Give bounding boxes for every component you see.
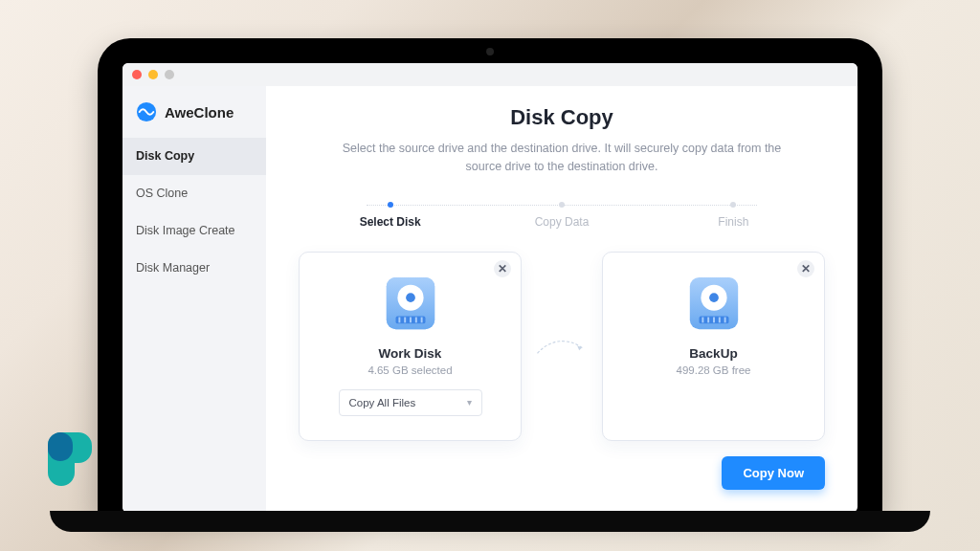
page-subtitle: Select the source drive and the destinat… — [342, 140, 782, 177]
close-icon: ✕ — [498, 262, 507, 276]
app-window: AweClone Disk Copy OS Clone Disk Image C… — [122, 63, 858, 513]
sidebar: AweClone Disk Copy OS Clone Disk Image C… — [122, 86, 266, 513]
sidebar-item-os-clone[interactable]: OS Clone — [122, 175, 266, 212]
svg-rect-20 — [48, 432, 73, 461]
copy-mode-select[interactable]: Copy All Files ▾ — [339, 389, 482, 416]
page-title: Disk Copy — [299, 105, 825, 130]
sidebar-item-label: Disk Copy — [136, 149, 194, 163]
destination-disk-subtitle: 499.28 GB free — [677, 364, 751, 376]
window-titlebar — [122, 63, 858, 86]
source-disk-subtitle: 4.65 GB selected — [368, 364, 452, 376]
step-copy-data: Copy Data — [476, 202, 647, 229]
chevron-down-icon: ▾ — [467, 397, 472, 408]
sidebar-item-disk-manager[interactable]: Disk Manager — [122, 250, 266, 287]
svg-point-4 — [406, 293, 415, 302]
transfer-arrow — [535, 252, 589, 441]
close-icon: ✕ — [801, 262, 811, 276]
window-close-dot[interactable] — [132, 70, 142, 79]
sidebar-item-label: Disk Image Create — [136, 224, 235, 237]
source-disk-name: Work Disk — [379, 346, 442, 361]
arrow-right-icon — [535, 332, 589, 361]
laptop-camera — [486, 48, 494, 55]
clear-source-button[interactable]: ✕ — [494, 260, 511, 277]
watermark-icon — [42, 427, 103, 488]
destination-disk-name: BackUp — [689, 346, 737, 361]
step-finish: Finish — [648, 202, 819, 229]
sidebar-item-label: OS Clone — [136, 187, 188, 200]
laptop-frame: AweClone Disk Copy OS Clone Disk Image C… — [98, 38, 882, 513]
brand: AweClone — [122, 92, 266, 138]
copy-now-button[interactable]: Copy Now — [722, 456, 825, 490]
window-zoom-dot[interactable] — [165, 70, 174, 79]
step-label: Select Disk — [360, 215, 421, 229]
step-label: Finish — [718, 215, 748, 229]
svg-point-13 — [709, 293, 719, 302]
sidebar-item-disk-copy[interactable]: Disk Copy — [122, 138, 266, 175]
step-label: Copy Data — [535, 215, 590, 229]
sidebar-item-disk-image-create[interactable]: Disk Image Create — [122, 212, 266, 250]
disk-icon — [381, 274, 440, 333]
clear-destination-button[interactable]: ✕ — [797, 260, 814, 277]
destination-disk-card[interactable]: ✕ BackUp 499.28 GB free — [602, 252, 825, 441]
main-panel: Disk Copy Select the source drive and th… — [266, 86, 858, 513]
step-select-disk[interactable]: Select Disk — [304, 202, 476, 229]
footer-actions: Copy Now — [299, 456, 825, 490]
sidebar-item-label: Disk Manager — [136, 261, 210, 275]
brand-logo-icon — [136, 101, 157, 122]
step-indicator: Select Disk Copy Data Finish — [304, 202, 819, 229]
disk-cards-row: ✕ Work Disk 4.65 GB selected — [299, 252, 825, 441]
disk-icon — [684, 274, 744, 333]
laptop-base — [50, 511, 930, 532]
window-minimize-dot[interactable] — [148, 70, 158, 79]
source-disk-card[interactable]: ✕ Work Disk 4.65 GB selected — [299, 252, 522, 441]
brand-name: AweClone — [165, 104, 234, 121]
copy-mode-selected: Copy All Files — [349, 397, 416, 408]
